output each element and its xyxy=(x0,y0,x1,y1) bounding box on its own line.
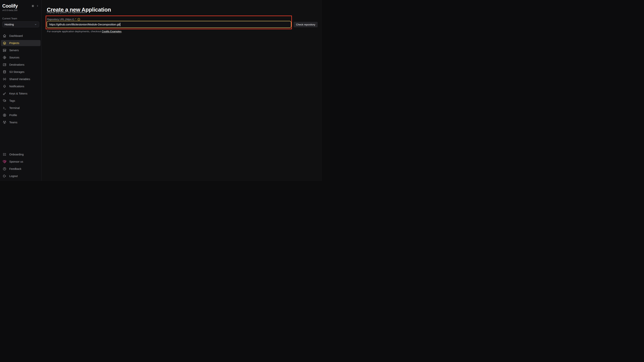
sidebar-item-servers[interactable]: Servers xyxy=(1,47,40,53)
text-cursor xyxy=(120,23,120,26)
sidebar: Coolify v4.0.0-beta.399 Current Team Hos… xyxy=(0,0,42,181)
user-circle-icon xyxy=(3,113,6,117)
layers-icon xyxy=(3,41,6,45)
check-repository-button[interactable]: Check repository xyxy=(294,22,318,27)
sidebar-item-s3-storages[interactable]: S3 Storages xyxy=(1,69,40,75)
sidebar-nav: Dashboard Projects Servers Sources Desti… xyxy=(0,33,42,126)
main-content: Create a new Application Deploy any publ… xyxy=(42,0,322,181)
bell-icon xyxy=(3,84,6,88)
sidebar-item-onboarding[interactable]: Onboarding xyxy=(1,151,40,157)
repository-url-label: Repository URL (https://) xyxy=(47,18,74,21)
examples-helper-text: For example application deployments, che… xyxy=(47,30,122,33)
repository-url-input[interactable]: https://github.com/illicitestonion/Modul… xyxy=(46,21,291,28)
repository-url-value: https://github.com/illicitestonion/Modul… xyxy=(49,23,120,26)
sidebar-item-sponsor-us[interactable]: Sponsor us xyxy=(1,159,40,165)
sun-icon xyxy=(31,4,34,8)
heart-handshake-icon xyxy=(3,160,6,163)
help-circle-icon xyxy=(3,167,6,171)
sidebar-item-dashboard[interactable]: Dashboard xyxy=(1,33,40,39)
coolify-examples-link[interactable]: Coolify Examples xyxy=(102,30,122,33)
current-team-label: Current Team xyxy=(2,17,39,20)
users-icon xyxy=(3,120,6,124)
map-x-icon xyxy=(3,63,6,67)
sidebar-item-notifications[interactable]: Notifications xyxy=(1,83,40,89)
tags-icon xyxy=(3,99,6,103)
sidebar-item-destinations[interactable]: Destinations xyxy=(1,62,40,68)
chevron-down-icon xyxy=(34,23,37,26)
theme-toggle-button[interactable] xyxy=(31,4,34,8)
app-logo: Coolify xyxy=(2,4,18,8)
sidebar-item-terminal[interactable]: Terminal xyxy=(1,105,40,111)
required-marker: * xyxy=(75,18,76,21)
sidebar-item-tags[interactable]: Tags xyxy=(1,98,40,104)
sidebar-collapse-button[interactable] xyxy=(36,5,39,7)
sidebar-item-teams[interactable]: Teams xyxy=(1,119,40,125)
repository-url-label-row: Repository URL (https://) * xyxy=(47,18,80,21)
variables-icon xyxy=(3,77,6,81)
checklist-icon xyxy=(3,152,6,156)
sidebar-item-profile[interactable]: Profile xyxy=(1,112,40,118)
home-icon xyxy=(3,34,6,38)
git-icon xyxy=(3,56,6,59)
sidebar-item-logout[interactable]: Logout xyxy=(1,173,40,179)
database-icon xyxy=(3,70,6,74)
info-icon[interactable] xyxy=(77,18,80,21)
sidebar-item-projects[interactable]: Projects xyxy=(1,40,40,46)
sidebar-item-sources[interactable]: Sources xyxy=(1,55,40,61)
key-icon xyxy=(3,92,6,95)
sidebar-item-shared-variables[interactable]: Shared Variables xyxy=(1,76,40,82)
sidebar-item-feedback[interactable]: Feedback xyxy=(1,166,40,172)
team-select-value: Hosting xyxy=(4,23,14,26)
logout-icon xyxy=(3,174,6,178)
app-version: v4.0.0-beta.399 xyxy=(0,8,42,11)
team-select[interactable]: Hosting xyxy=(2,22,39,27)
page-subtitle: Deploy any public Git repositories. xyxy=(47,11,86,14)
sidebar-footer-nav: Onboarding Sponsor us Feedback Logout xyxy=(0,151,42,181)
chevrons-up-down-icon xyxy=(36,5,39,7)
terminal-icon xyxy=(3,106,6,110)
server-icon xyxy=(3,48,6,52)
brand-row: Coolify xyxy=(0,0,42,8)
sidebar-item-keys-tokens[interactable]: Keys & Tokens xyxy=(1,91,40,97)
